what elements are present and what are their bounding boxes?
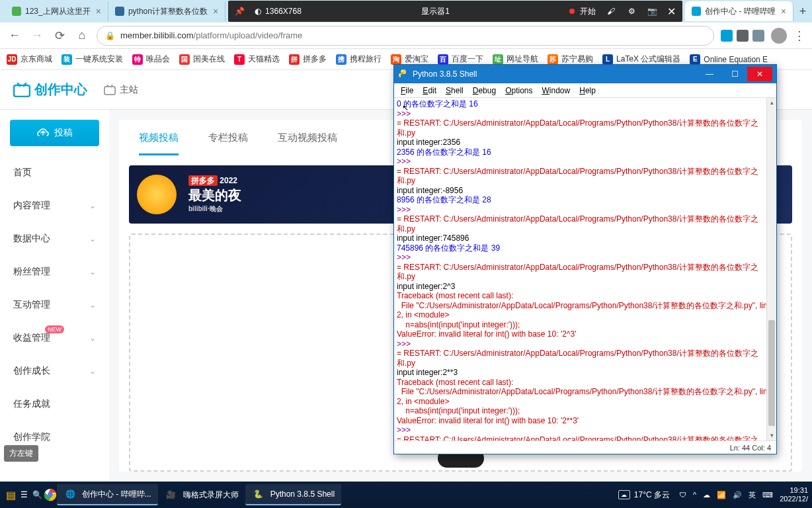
url-input[interactable]: 🔒 member.bilibili.com/platform/upload/vi… <box>97 26 714 46</box>
sidebar-item-label: 创作学院 <box>13 431 50 443</box>
sidebar-item[interactable]: 互动管理⌄ <box>0 288 109 321</box>
close-button[interactable]: ✕ <box>747 67 772 81</box>
tray-volume-icon[interactable]: 🔊 <box>733 491 742 499</box>
upload-tab[interactable]: 视频投稿 <box>139 132 179 155</box>
sidebar-item[interactable]: 粉丝管理⌄ <box>0 255 109 288</box>
extension-icon[interactable] <box>752 30 764 42</box>
bookmark-item[interactable]: EOnline Equation E <box>690 54 768 65</box>
browser-tab-active[interactable]: 创作中心 - 哔哩哔哩× <box>685 1 793 21</box>
camera-icon[interactable]: 📷 <box>647 6 657 17</box>
menu-item-options[interactable]: Options <box>505 86 532 95</box>
chrome-icon[interactable] <box>44 488 57 501</box>
clock-time: 19:31 <box>780 486 808 495</box>
bookmark-item[interactable]: 特唯品会 <box>132 54 170 65</box>
maximize-button[interactable]: ☐ <box>722 67 747 81</box>
kebab-menu[interactable]: ⋮ <box>793 28 805 43</box>
start-button[interactable]: ▤ <box>4 488 17 501</box>
browser-tab[interactable]: 123_上网从这里开× <box>5 1 108 21</box>
bookmark-item[interactable]: LLaTeX 公式编辑器 <box>602 54 680 65</box>
ime-indicator[interactable]: 英 <box>749 490 756 500</box>
taskbar-app[interactable]: 🎥嗨格式录屏大师 <box>158 484 245 505</box>
tray-cloud-icon[interactable]: ☁ <box>703 491 710 499</box>
close-icon[interactable]: × <box>96 6 101 17</box>
chevron-down-icon: ⌄ <box>89 234 96 243</box>
search-icon[interactable]: 🔍 <box>30 488 44 501</box>
home-button[interactable]: ⌂ <box>74 28 90 44</box>
shell-output[interactable]: 0 的各位数字之和是 16>>> = RESTART: C:/Users/Adm… <box>394 98 776 441</box>
scroll-up-button[interactable]: ▴ <box>767 98 776 108</box>
bookmark-label: 爱淘宝 <box>405 54 428 65</box>
clock[interactable]: 19:31 2022/12/ <box>780 486 808 503</box>
menu-item-window[interactable]: Window <box>542 86 571 95</box>
tray-keyboard-icon[interactable]: ⌨ <box>762 491 773 499</box>
upload-button[interactable]: 投稿 <box>10 120 99 146</box>
bookmark-favicon: 淘 <box>391 54 401 65</box>
pin-icon[interactable]: 📌 <box>235 7 245 16</box>
forward-button[interactable]: → <box>29 28 45 44</box>
bookmark-favicon: L <box>602 54 613 65</box>
bookmark-item[interactable]: 携携程旅行 <box>336 54 382 65</box>
bookmark-item[interactable]: 拼拼多多 <box>289 54 327 65</box>
bookmark-item[interactable]: 装一键系统安装 <box>61 54 123 65</box>
close-icon[interactable]: × <box>213 6 218 17</box>
scrollbar[interactable]: ▴ ▾ <box>766 98 776 441</box>
close-icon[interactable]: ✕ <box>667 5 676 18</box>
header-home-link[interactable]: 主站 <box>104 84 138 96</box>
sidebar-item[interactable]: 内容管理⌄ <box>0 189 109 222</box>
upload-tab[interactable]: 互动视频投稿 <box>278 132 337 155</box>
task-view-icon[interactable]: ☰ <box>17 488 30 501</box>
extension-icon[interactable] <box>737 30 749 42</box>
bookmark-item[interactable]: T天猫精选 <box>234 54 280 65</box>
menu-item-help[interactable]: Help <box>579 86 596 95</box>
tab-title: 123_上网从这里开 <box>25 6 91 17</box>
back-button[interactable]: ← <box>7 28 22 44</box>
sidebar-item[interactable]: 首页 <box>0 156 109 189</box>
sidebar-item[interactable]: 数据中心⌄ <box>0 222 109 255</box>
menu-item-file[interactable]: File <box>401 86 413 95</box>
window-titlebar[interactable]: Python 3.8.5 Shell — ☐ ✕ <box>394 65 776 83</box>
sidebar-item[interactable]: 收益管理NEW⌄ <box>0 321 109 355</box>
site-logo[interactable]: 创作中心 <box>13 81 87 99</box>
upload-tab[interactable]: 专栏投稿 <box>208 132 248 155</box>
banner-tag: 拼多多 <box>188 175 218 186</box>
bookmark-item[interactable]: 百百度一下 <box>438 54 483 65</box>
bookmark-label: 百度一下 <box>452 54 483 65</box>
browser-tab[interactable]: python计算整数各位数× <box>108 1 225 21</box>
chevron-down-icon: ⌄ <box>89 366 96 376</box>
tray-chevron-icon[interactable]: ^ <box>693 491 696 499</box>
new-tab-button[interactable]: + <box>793 2 812 21</box>
extension-icon[interactable] <box>721 30 733 42</box>
scroll-thumb[interactable] <box>768 320 775 426</box>
profile-avatar[interactable] <box>771 28 787 44</box>
tray-network-icon[interactable]: 📶 <box>717 491 726 499</box>
scroll-down-button[interactable]: ▾ <box>767 431 776 441</box>
shell-line: 2356 的各位数字之和是 16 <box>397 148 774 157</box>
sidebar-item[interactable]: 任务成就 <box>0 388 109 421</box>
shell-line: >>> <box>397 109 774 119</box>
settings-icon[interactable]: ⚙ <box>626 6 637 17</box>
taskbar-app[interactable]: 🌐创作中心 - 哔哩哔... <box>57 484 158 505</box>
record-start-button[interactable]: 开始 <box>569 6 596 17</box>
menu-item-debug[interactable]: Debug <box>473 86 496 95</box>
shell-line: input integer:2**3 <box>397 368 774 378</box>
bookmark-item[interactable]: 苏苏宁易购 <box>548 54 593 65</box>
sidebar-item-label: 数据中心 <box>13 233 50 245</box>
menu-item-edit[interactable]: Edit <box>423 86 436 95</box>
minimize-button[interactable]: — <box>697 67 722 81</box>
monitor-label: 显示器1 <box>421 6 450 17</box>
reload-button[interactable]: ⟳ <box>52 28 67 44</box>
close-icon[interactable]: × <box>781 6 786 17</box>
chevron-down-icon: ⌄ <box>89 267 96 276</box>
brush-icon[interactable]: 🖌 <box>606 6 616 17</box>
taskbar-app[interactable]: 🐍Python 3.8.5 Shell <box>245 484 341 505</box>
menu-item-shell[interactable]: Shell <box>446 86 464 95</box>
bookmark-item[interactable]: JD京东商城 <box>7 54 52 65</box>
bookmark-item[interactable]: 址网址导航 <box>493 54 538 65</box>
bookmark-item[interactable]: 国国美在线 <box>179 54 225 65</box>
weather-widget[interactable]: ☁17°C 多云 <box>618 489 670 501</box>
tray-shield-icon[interactable]: 🛡 <box>679 491 686 499</box>
bookmark-item[interactable]: 淘爱淘宝 <box>391 54 428 65</box>
shell-line: ValueError: invalid literal for int() wi… <box>397 329 774 339</box>
python-icon <box>398 69 409 79</box>
sidebar-item[interactable]: 创作成长⌄ <box>0 355 109 388</box>
